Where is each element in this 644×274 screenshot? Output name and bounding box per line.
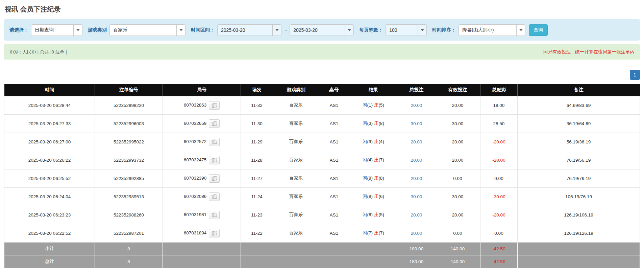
table-row: 2025-03-20 06:26:22 522352993732 6070324… bbox=[4, 151, 640, 169]
page-size-value: 100 bbox=[386, 27, 418, 33]
cell-bet-id: 522352988260 bbox=[95, 206, 163, 224]
cell-bet-id: 522352992885 bbox=[95, 169, 163, 187]
result-banker-label: 庄 bbox=[374, 212, 379, 217]
column-header-11: 备注 bbox=[518, 84, 640, 96]
subtotal-total-bet: 180.00 bbox=[398, 242, 435, 255]
cell-total-bet: 20.00 bbox=[398, 151, 435, 169]
table-row: 2025-03-20 06:23:23 522352988260 6070319… bbox=[4, 206, 640, 224]
view-round-cards-button[interactable] bbox=[209, 229, 220, 237]
cell-remark: 126.19/106.19 bbox=[518, 206, 640, 224]
search-button[interactable]: 查询 bbox=[529, 24, 548, 36]
result-player-value: (7) bbox=[367, 230, 373, 235]
grand-total-empty bbox=[273, 255, 319, 268]
total-bet-link[interactable]: 30.00 bbox=[411, 194, 422, 199]
cell-table-no: AS1 bbox=[319, 206, 349, 224]
cell-table-no: AS1 bbox=[319, 151, 349, 169]
cell-payout: 0.00 bbox=[480, 224, 518, 242]
result-player-value: (8) bbox=[367, 194, 373, 199]
column-header-10: 总派彩 bbox=[480, 84, 518, 96]
playing-cards-icon bbox=[212, 212, 217, 218]
result-player-label: 闲 bbox=[363, 194, 367, 199]
result-player-value: (6) bbox=[367, 212, 373, 217]
total-bet-link[interactable]: 20.00 bbox=[411, 139, 422, 144]
date-to-select[interactable]: 2025-03-20 bbox=[290, 24, 354, 36]
result-banker-value: (5) bbox=[378, 212, 384, 217]
cell-game-type: 百家乐 bbox=[273, 151, 319, 169]
view-round-cards-button[interactable] bbox=[209, 211, 220, 219]
table-header-row: 时间注单编号局号场次游戏类别桌号结果总投注有效投注总派彩备注 bbox=[4, 84, 640, 96]
page-size-select[interactable]: 100 bbox=[386, 24, 427, 36]
cell-bet-id: 522352996003 bbox=[95, 114, 163, 133]
cell-valid-bet: 30.00 bbox=[435, 114, 480, 133]
cell-time: 2025-03-20 06:27:00 bbox=[4, 133, 95, 151]
cell-time: 2025-03-20 06:24:04 bbox=[4, 187, 95, 206]
cell-time: 2025-03-20 06:28:44 bbox=[4, 96, 95, 114]
table-row: 2025-03-20 06:28:44 522352998220 6070328… bbox=[4, 96, 640, 114]
total-bet-link[interactable]: 20.00 bbox=[411, 103, 422, 108]
total-bet-link[interactable]: 20.00 bbox=[411, 158, 422, 163]
cell-time: 2025-03-20 06:23:23 bbox=[4, 206, 95, 224]
column-header-1: 时间 bbox=[4, 84, 95, 96]
cell-time: 2025-03-20 06:25:52 bbox=[4, 169, 95, 187]
cell-table-no: AS1 bbox=[319, 96, 349, 114]
playing-cards-icon bbox=[212, 121, 217, 126]
subtotal-count: 8 bbox=[95, 242, 163, 255]
sort-order-select[interactable]: 降幂(由大到小) bbox=[459, 24, 525, 36]
query-type-select[interactable]: 日期查询 bbox=[31, 24, 82, 36]
cell-table-no: AS1 bbox=[319, 133, 349, 151]
cell-payout: 0.00 bbox=[480, 169, 518, 187]
date-range-label: 时间区间： bbox=[191, 27, 215, 33]
subtotal-row: 小计 8 180.00 140.00 -42.50 bbox=[4, 242, 640, 255]
game-type-label: 游戏类别 bbox=[88, 27, 107, 33]
view-round-cards-button[interactable] bbox=[209, 156, 220, 164]
cell-payout: -20.00 bbox=[480, 151, 518, 169]
column-header-8: 总投注 bbox=[398, 84, 435, 96]
cell-time: 2025-03-20 06:26:22 bbox=[4, 151, 95, 169]
grand-total-empty bbox=[241, 255, 273, 268]
cell-game-type: 百家乐 bbox=[273, 187, 319, 206]
cell-session: 11-22 bbox=[241, 224, 273, 242]
query-type-value: 日期查询 bbox=[31, 27, 73, 33]
date-from-select[interactable]: 2025-03-20 bbox=[217, 24, 281, 36]
cell-table-no: AS1 bbox=[319, 114, 349, 133]
cell-table-no: AS1 bbox=[319, 169, 349, 187]
query-type-label: 请选择： bbox=[9, 27, 28, 33]
result-player-label: 闲 bbox=[363, 121, 367, 126]
game-type-select[interactable]: 百家乐 bbox=[109, 24, 185, 36]
page: 视讯 会员下注纪录 请选择： 日期查询 游戏类别 百家乐 时间区间： 2025-… bbox=[0, 0, 644, 274]
page-size-label: 每页笔数： bbox=[359, 27, 383, 33]
playing-cards-icon bbox=[212, 103, 217, 108]
notice-text: 同局有效投注，统一计算在该局第一张注单内 bbox=[543, 49, 635, 55]
result-banker-label: 庄 bbox=[374, 157, 379, 162]
cell-game-type: 百家乐 bbox=[273, 206, 319, 224]
result-player-value: (3) bbox=[367, 121, 373, 126]
cell-remark: 106.19/76.19 bbox=[518, 187, 640, 206]
cell-session: 11-32 bbox=[241, 96, 273, 114]
result-banker-value: (7) bbox=[378, 230, 384, 235]
chevron-down-icon bbox=[345, 25, 353, 36]
view-round-cards-button[interactable] bbox=[209, 119, 220, 128]
cell-result: 闲(8) 庄(6) bbox=[349, 187, 398, 206]
cell-session: 11-23 bbox=[241, 206, 273, 224]
result-player-label: 闲 bbox=[363, 139, 367, 144]
total-bet-link[interactable]: 20.00 bbox=[411, 212, 422, 218]
summary-text: 币别 : 人民币 | 总共 :8 注单 | bbox=[9, 49, 67, 55]
view-round-cards-button[interactable] bbox=[209, 138, 220, 146]
view-round-cards-button[interactable] bbox=[209, 192, 220, 201]
total-bet-link[interactable]: 20.00 bbox=[411, 176, 422, 181]
subtotal-valid-bet: 140.00 bbox=[435, 242, 480, 255]
playing-cards-icon bbox=[212, 158, 217, 163]
result-banker-label: 庄 bbox=[374, 139, 379, 144]
view-round-cards-button[interactable] bbox=[209, 101, 220, 110]
cell-session: 11-29 bbox=[241, 133, 273, 151]
column-header-6: 桌号 bbox=[319, 84, 349, 96]
total-bet-link[interactable]: 20.00 bbox=[411, 231, 422, 236]
cell-payout: -20.00 bbox=[480, 133, 518, 151]
pagination-page-1[interactable]: 1 bbox=[630, 70, 640, 80]
round-id-text: 607032086 bbox=[184, 194, 207, 199]
total-bet-link[interactable]: 30.00 bbox=[411, 121, 422, 126]
view-round-cards-button[interactable] bbox=[209, 174, 220, 183]
result-banker-value: (7) bbox=[378, 157, 384, 162]
grand-total-label: 总计 bbox=[4, 255, 95, 268]
cell-session: 11-28 bbox=[241, 151, 273, 169]
